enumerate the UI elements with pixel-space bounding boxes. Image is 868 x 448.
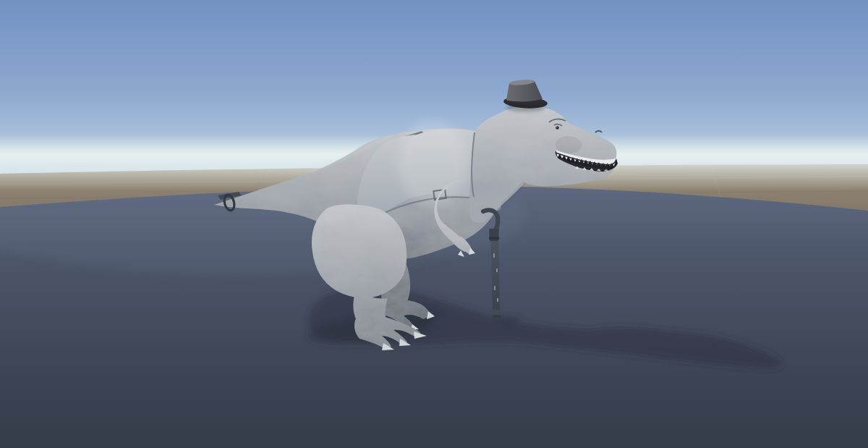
cane-tip: [492, 315, 501, 318]
cane-glint: [496, 269, 498, 272]
scene-3d-viewport[interactable]: Gray untextured T-Rex model wearing a bl…: [0, 0, 868, 448]
vest-highlight: [398, 119, 467, 206]
eye: [556, 126, 559, 130]
cane-glint: [494, 286, 495, 290]
cane-band: [489, 237, 499, 240]
eye-highlight: [556, 127, 557, 127]
cane-glint: [497, 298, 498, 302]
cheek-shade: [556, 136, 582, 153]
cane-glint: [493, 253, 495, 258]
render-stage: Gray untextured T-Rex model wearing a bl…: [0, 0, 868, 448]
